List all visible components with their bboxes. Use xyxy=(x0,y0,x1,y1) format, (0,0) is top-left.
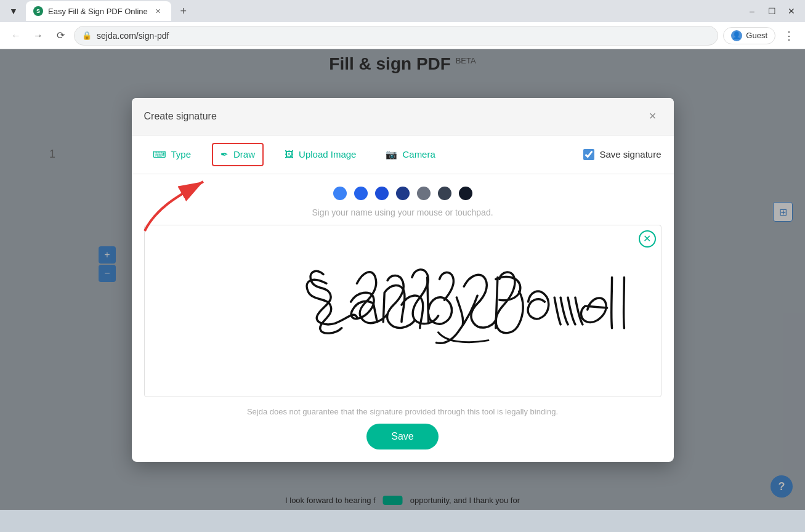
color-dot-medium-blue[interactable] xyxy=(354,187,368,200)
new-tab-button[interactable]: + xyxy=(175,2,192,20)
modal-title: Create signature xyxy=(144,111,217,122)
address-bar[interactable]: 🔒 sejda.com/sign-pdf xyxy=(74,26,718,46)
nav-bar: ← → ⟳ 🔒 sejda.com/sign-pdf 👤 Guest ⋮ xyxy=(0,22,805,49)
page-content: Fill & sign PDF BETA 1 + − I look forwar… xyxy=(0,49,805,510)
lock-icon: 🔒 xyxy=(82,31,92,40)
forward-button[interactable]: → xyxy=(30,27,47,44)
save-signature-button[interactable]: Save xyxy=(366,424,438,449)
color-dot-black[interactable] xyxy=(459,187,472,200)
draw-icon: ✒ xyxy=(220,149,229,160)
title-bar: ▼ S Easy Fill & Sign PDF Online ✕ + – ☐ … xyxy=(0,0,805,22)
tab-camera-label: Camera xyxy=(402,149,435,159)
signature-canvas[interactable]: ✕ xyxy=(144,225,661,397)
tab-title-label: Easy Fill & Sign PDF Online xyxy=(48,7,148,16)
tab-camera[interactable]: 📷 Camera xyxy=(377,143,443,166)
tab-list-button[interactable]: ▼ xyxy=(5,2,22,20)
active-tab[interactable]: S Easy Fill & Sign PDF Online ✕ xyxy=(26,1,171,21)
browser-controls: ▼ xyxy=(5,2,22,20)
camera-icon: 📷 xyxy=(386,149,397,160)
tab-draw-label: Draw xyxy=(233,149,255,159)
upload-icon: 🖼 xyxy=(285,149,294,159)
color-dot-dark-gray[interactable] xyxy=(438,187,451,200)
modal-overlay: Create signature × ⌨ Type ✒ Draw 🖼 Uploa… xyxy=(0,49,805,510)
tab-favicon: S xyxy=(33,6,43,16)
profile-button[interactable]: 👤 Guest xyxy=(723,27,775,44)
color-dot-dark-blue[interactable] xyxy=(375,187,389,200)
modal-close-button[interactable]: × xyxy=(644,108,661,125)
drawing-hint: Sign your name using your mouse or touch… xyxy=(132,205,674,225)
refresh-button[interactable]: ⟳ xyxy=(52,27,69,44)
tab-type-label: Type xyxy=(171,149,192,159)
tab-close-button[interactable]: ✕ xyxy=(153,6,164,17)
tab-draw[interactable]: ✒ Draw xyxy=(212,143,264,166)
create-signature-modal: Create signature × ⌨ Type ✒ Draw 🖼 Uploa… xyxy=(132,98,674,462)
save-signature-container: Save signature xyxy=(583,149,661,160)
signature-drawing xyxy=(145,225,661,397)
save-signature-checkbox[interactable] xyxy=(583,149,594,160)
modal-header: Create signature × xyxy=(132,98,674,135)
tab-upload[interactable]: 🖼 Upload Image xyxy=(276,143,365,166)
profile-icon: 👤 xyxy=(731,30,742,41)
color-dots-container xyxy=(132,174,674,205)
modal-tabs: ⌨ Type ✒ Draw 🖼 Upload Image 📷 Camera xyxy=(132,135,674,174)
close-window-button[interactable]: ✕ xyxy=(783,2,800,20)
color-dot-light-blue[interactable] xyxy=(333,187,347,200)
keyboard-icon: ⌨ xyxy=(153,149,166,160)
clear-canvas-button[interactable]: ✕ xyxy=(639,230,656,248)
browser-chrome: ▼ S Easy Fill & Sign PDF Online ✕ + – ☐ … xyxy=(0,0,805,49)
browser-menu-button[interactable]: ⋮ xyxy=(780,27,798,44)
minimize-button[interactable]: – xyxy=(743,2,761,20)
tab-type[interactable]: ⌨ Type xyxy=(144,143,200,166)
color-dot-navy[interactable] xyxy=(396,187,410,200)
disclaimer-text: Sejda does not guarantee that the signat… xyxy=(132,397,674,424)
back-button[interactable]: ← xyxy=(7,27,25,44)
tab-upload-label: Upload Image xyxy=(299,149,356,159)
maximize-button[interactable]: ☐ xyxy=(763,2,780,20)
url-text: sejda.com/sign-pdf xyxy=(97,31,169,41)
save-signature-label: Save signature xyxy=(599,149,661,159)
color-dot-gray[interactable] xyxy=(417,187,431,200)
profile-label: Guest xyxy=(746,31,767,40)
